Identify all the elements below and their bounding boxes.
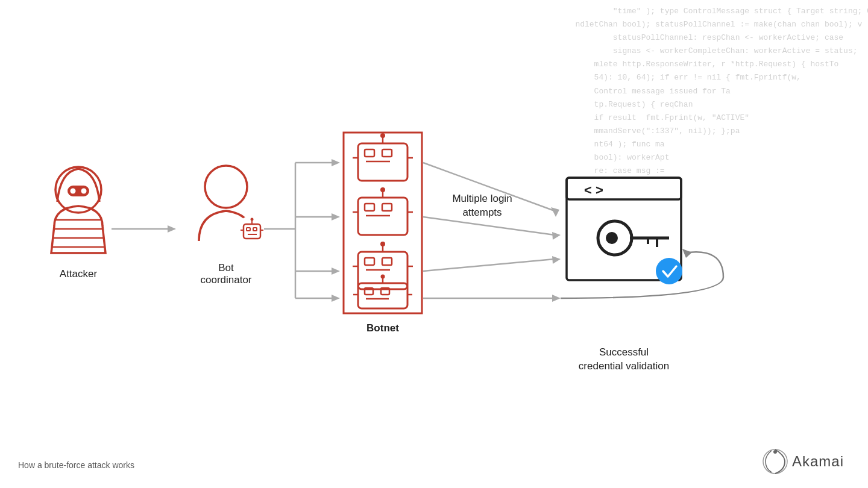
svg-rect-50	[365, 258, 374, 265]
svg-marker-31	[332, 295, 340, 302]
svg-marker-72	[552, 295, 561, 302]
svg-point-62	[381, 275, 385, 279]
akamai-logo-text: Akamai	[792, 453, 844, 470]
code-line: statusPollChannel: respChan <- workerAct…	[538, 31, 861, 45]
svg-marker-68	[552, 232, 561, 240]
svg-point-82	[606, 232, 618, 244]
svg-text:Bot: Bot	[218, 262, 234, 274]
svg-marker-70	[552, 256, 561, 264]
svg-point-3	[81, 189, 87, 194]
svg-point-38	[380, 133, 385, 138]
caption: How a brute-force attack works	[18, 460, 134, 470]
svg-line-69	[423, 259, 555, 271]
svg-rect-32	[344, 133, 422, 313]
svg-rect-51	[382, 258, 392, 265]
svg-marker-84	[682, 249, 692, 258]
svg-text:attempts: attempts	[462, 207, 502, 218]
svg-rect-34	[365, 149, 374, 157]
attacker-label: Attacker	[60, 268, 98, 280]
svg-marker-27	[332, 213, 340, 221]
svg-marker-29	[332, 267, 340, 275]
akamai-logo: Akamai	[761, 447, 844, 476]
svg-rect-43	[382, 204, 392, 211]
code-line: "time" ); type ControlMessage struct { T…	[538, 5, 861, 18]
svg-point-10	[205, 166, 247, 208]
code-line: ndletChan bool); statusPollChannel := ma…	[538, 18, 861, 31]
svg-text:coordinator: coordinator	[200, 274, 251, 286]
botnet-label: Botnet	[366, 322, 399, 334]
svg-rect-42	[365, 204, 374, 211]
svg-text:Multiple login: Multiple login	[452, 193, 512, 204]
svg-text:credential validation: credential validation	[579, 360, 669, 372]
svg-text:< >: < >	[584, 183, 603, 198]
diagram-svg: Attacker Bot coordinator	[0, 48, 868, 470]
svg-rect-57	[358, 283, 407, 308]
svg-point-17	[251, 218, 254, 221]
svg-line-67	[423, 217, 555, 235]
svg-point-83	[656, 258, 682, 284]
svg-point-2	[71, 189, 76, 194]
svg-rect-35	[382, 149, 392, 157]
svg-point-88	[773, 450, 777, 454]
svg-text:Successful: Successful	[599, 346, 649, 358]
svg-marker-25	[332, 159, 340, 166]
svg-point-54	[380, 242, 385, 246]
svg-marker-66	[551, 207, 559, 217]
svg-point-46	[380, 187, 385, 192]
svg-marker-9	[168, 225, 176, 233]
akamai-logo-icon	[761, 447, 790, 476]
